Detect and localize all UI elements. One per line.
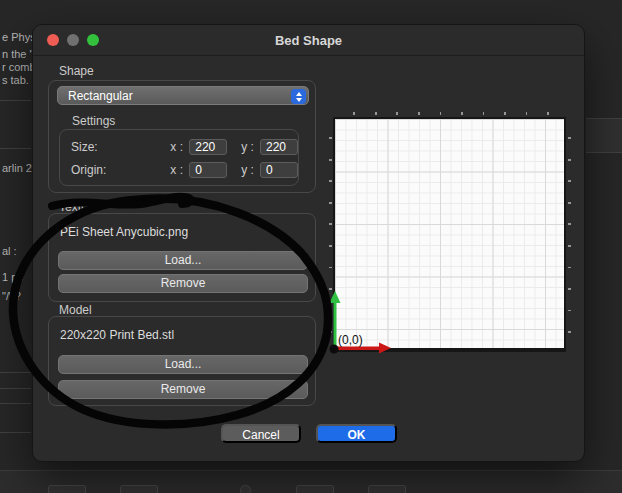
app-bottom-bar [0, 470, 622, 493]
bg-divider [0, 372, 31, 373]
size-label: Size: [71, 140, 170, 154]
model-remove-button[interactable]: Remove [58, 380, 308, 399]
traffic-lights [47, 34, 99, 46]
zoom-button[interactable] [87, 34, 99, 46]
model-groupbox: 220x220 Print Bed.stl Load... Remove [48, 316, 316, 406]
bg-text-fragment: arlin 2 [2, 162, 32, 174]
texture-section-label: Texture [59, 200, 98, 214]
bottom-bar-button[interactable] [120, 485, 158, 493]
bg-divider [0, 388, 31, 389]
bg-divider [0, 403, 31, 404]
origin-x-input[interactable] [189, 162, 227, 178]
texture-groupbox: PEi Sheet Anycubic.png Load... Remove [48, 213, 316, 302]
bg-divider [0, 100, 31, 101]
bed-shape-dialog: Bed Shape Shape Rectangular Settings Siz… [32, 24, 585, 462]
size-y-input[interactable] [260, 139, 298, 155]
bed-preview-grid [333, 117, 566, 352]
dialog-title: Bed Shape [275, 33, 342, 48]
bg-text-fragment: s tab. [2, 74, 29, 86]
bg-text-fragment: r comb [2, 61, 36, 73]
shape-dropdown[interactable]: Rectangular [57, 86, 309, 105]
texture-filename: PEi Sheet Anycubic.png [60, 225, 188, 239]
bg-divider [0, 148, 31, 149]
bg-divider [586, 118, 622, 119]
origin-label: Origin: [71, 163, 170, 177]
dialog-titlebar[interactable]: Bed Shape [33, 25, 584, 56]
size-x-label: x : [170, 140, 189, 154]
model-section-label: Model [59, 303, 92, 317]
shape-dropdown-value: Rectangular [68, 89, 133, 103]
bg-row-highlight [586, 119, 622, 152]
settings-groupbox: Size: x : y : Origin: x : y : [59, 129, 299, 186]
texture-remove-button[interactable]: Remove [58, 274, 308, 293]
bg-text-fragment: al : [2, 245, 17, 257]
model-filename: 220x220 Print Bed.stl [60, 328, 174, 342]
size-x-input[interactable] [189, 139, 227, 155]
origin-x-label: x : [170, 163, 189, 177]
shape-groupbox: Rectangular Settings Size: x : y : Origi… [48, 80, 316, 193]
bed-ticks-left [329, 118, 332, 349]
bg-text-fragment: "/\|? [2, 290, 21, 302]
model-load-button[interactable]: Load... [58, 355, 308, 374]
bg-text-fragment: 1 pe [2, 271, 23, 283]
settings-label: Settings [72, 114, 115, 128]
bg-divider [0, 432, 31, 433]
origin-y-label: y : [241, 163, 260, 177]
minimize-button[interactable] [67, 34, 79, 46]
bottom-bar-icon[interactable] [240, 485, 251, 493]
ok-button[interactable]: OK [316, 424, 397, 443]
bg-text-fragment: n the " [2, 48, 33, 60]
origin-y-input[interactable] [260, 162, 298, 178]
close-button[interactable] [47, 34, 59, 46]
chevron-up-down-icon [291, 89, 306, 104]
cancel-button[interactable]: Cancel [221, 424, 301, 443]
shape-section-label: Shape [59, 64, 94, 78]
bg-text-fragment: e Phys [2, 31, 36, 43]
bg-divider [586, 152, 622, 153]
bed-ticks-right [568, 118, 571, 349]
bed-ticks-top [334, 112, 565, 115]
texture-load-button[interactable]: Load... [58, 251, 308, 270]
bottom-bar-button[interactable] [296, 485, 334, 493]
bottom-bar-button[interactable] [368, 485, 406, 493]
size-y-label: y : [241, 140, 260, 154]
bottom-bar-button[interactable] [48, 485, 86, 493]
